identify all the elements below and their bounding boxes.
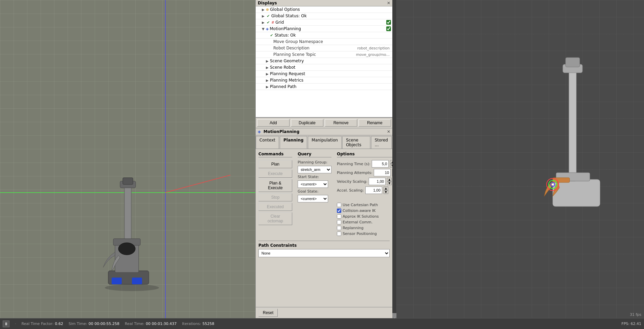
label-planning-metrics: Planning Metrics (270, 78, 391, 83)
sim-time-label: Sim Time: (69, 322, 87, 326)
arrow-global-status[interactable]: ▶ (261, 14, 265, 18)
options-section: Options Planning Time (s): ▲ ▼ Planning … (337, 152, 392, 237)
plan-button[interactable]: Plan (258, 160, 292, 168)
svg-rect-2 (132, 278, 142, 284)
external-comm-checkbox[interactable] (337, 220, 341, 224)
label-robot-description: Robot Description (257, 46, 357, 50)
sensor-positioning-label: Sensor Positioning (343, 232, 377, 236)
remove-button[interactable]: Remove (325, 119, 357, 127)
tree-item-planning-metrics[interactable]: ▶ Planning Metrics (256, 77, 392, 84)
start-state-select[interactable]: <current> (298, 180, 328, 188)
tree-item-planned-path[interactable]: ▶ Planned Path (256, 84, 392, 90)
widget-close-btn[interactable]: ✕ (387, 129, 390, 134)
property-robot-description: Robot Description robot_description (256, 45, 392, 51)
velocity-scaling-down[interactable]: ▼ (387, 181, 392, 185)
planning-time-up[interactable]: ▲ (390, 160, 392, 164)
svg-point-19 (552, 183, 554, 185)
arrow-planning-metrics[interactable]: ▶ (265, 78, 269, 82)
label-planning-scene-topic: Planning Scene Topic (257, 52, 356, 57)
tab-content-main-row: Commands Plan Execute Plan & Execute Sto… (258, 152, 390, 237)
planning-attempts-up[interactable]: ▲ (392, 169, 392, 173)
value-planning-scene-topic: move_group/mo... (356, 52, 391, 57)
tree-item-planning-request[interactable]: ▶ Planning Request (256, 71, 392, 77)
tree-item-scene-geometry[interactable]: ▶ Scene Geometry (256, 58, 392, 64)
query-section: Query Planning Group: stretch_arm Start … (298, 152, 331, 237)
executed-button[interactable]: Executed (258, 203, 292, 211)
rename-button[interactable]: Rename (359, 119, 391, 127)
collapse-arrow[interactable]: ‹ (392, 313, 396, 318)
tree-item-global-options[interactable]: ▶ ⊕ Global Options (256, 6, 392, 13)
path-constraints-section: Path Constraints None (258, 241, 390, 257)
reset-button[interactable]: Reset (258, 309, 278, 317)
execute-button[interactable]: Execute (258, 170, 292, 178)
plan-execute-button[interactable]: Plan & Execute (258, 179, 292, 192)
tab-scene-objects[interactable]: Scene Objects (342, 136, 370, 149)
goal-state-select[interactable]: <current> (298, 195, 328, 202)
tabs-row: Context Planning Manipulation Scene Obje… (256, 135, 392, 149)
svg-rect-13 (566, 58, 580, 67)
approx-ik-checkbox[interactable] (337, 214, 341, 219)
velocity-scaling-input[interactable] (369, 178, 386, 185)
velocity-scaling-row: Velocity Scaling: ▲ ▼ (337, 178, 392, 185)
tree-item-global-status[interactable]: ▶ ✔ Global Status: Ok (256, 13, 392, 19)
collision-aware-ik-checkbox[interactable] (337, 209, 341, 213)
checkbox-motion-planning[interactable] (386, 26, 391, 31)
path-constraints-dropdown[interactable]: None (258, 249, 390, 257)
pause-button[interactable]: ⏸ (3, 321, 9, 327)
tab-manipulation[interactable]: Manipulation (308, 136, 342, 149)
svg-rect-11 (569, 68, 576, 181)
use-cartesian-path-checkbox[interactable] (337, 203, 341, 207)
options-title: Options (337, 152, 392, 157)
widget-icon: ◈ (258, 129, 261, 134)
displays-close-btn[interactable]: ✕ (387, 1, 390, 5)
use-cartesian-path-row: Use Cartesian Path (337, 202, 392, 208)
stop-button[interactable]: Stop (258, 193, 292, 201)
planning-time-down[interactable]: ▼ (390, 164, 392, 168)
right-viewport: 31 fps (396, 0, 644, 318)
arrow-scene-geometry[interactable]: ▶ (265, 59, 269, 63)
use-cartesian-path-label: Use Cartesian Path (343, 203, 378, 207)
sim-time-item: Sim Time: 00 00:00:55.258 (69, 322, 119, 326)
planning-group-select-row: stretch_arm (298, 166, 331, 173)
displays-spacer (256, 90, 392, 117)
check-global-status: ✔ (266, 14, 271, 18)
accel-scaling-up[interactable]: ▲ (384, 187, 388, 190)
icon-global-options: ⊕ (266, 7, 269, 12)
query-title: Query (298, 152, 331, 157)
tree-item-motion-planning[interactable]: ▼ ◈ MotionPlanning (256, 26, 392, 32)
velocity-scaling-up[interactable]: ▲ (387, 178, 392, 181)
arrow-planned-path[interactable]: ▶ (265, 85, 269, 89)
arrow-planning-request[interactable]: ▶ (265, 72, 269, 76)
arrow-grid[interactable]: ▶ (261, 20, 265, 24)
replanning-checkbox[interactable] (337, 226, 341, 230)
real-time-factor-item: Real Time Factor: 0.62 (22, 322, 63, 326)
planning-attempts-row: Planning Attempts: ▲ ▼ (337, 169, 392, 176)
arrow-global-options[interactable]: ▶ (261, 7, 265, 12)
tree-item-grid[interactable]: ▶ ✔ # Grid (256, 19, 392, 26)
add-button[interactable]: Add (257, 119, 290, 127)
start-state-select-row: <current> (298, 180, 331, 188)
icon-motion-planning: ◈ (266, 27, 269, 31)
sensor-positioning-checkbox[interactable] (337, 232, 341, 236)
accel-scaling-arrows: ▲ ▼ (384, 187, 388, 194)
checkbox-grid[interactable] (386, 20, 391, 25)
tree-item-scene-robot[interactable]: ▶ Scene Robot (256, 64, 392, 71)
arrow-motion-planning[interactable]: ▼ (261, 27, 265, 31)
start-state-row: Start State: (298, 175, 331, 179)
accel-scaling-down[interactable]: ▼ (384, 190, 388, 194)
label-global-status: Global Status: Ok (271, 14, 391, 18)
tab-planning[interactable]: Planning (280, 136, 307, 149)
planning-time-input[interactable] (372, 160, 389, 168)
duplicate-button[interactable]: Duplicate (291, 119, 323, 127)
panel-buttons-row: Add Duplicate Remove Rename (256, 118, 392, 128)
arrow-scene-robot[interactable]: ▶ (265, 65, 269, 69)
tab-context[interactable]: Context (256, 136, 279, 149)
widget-header: ◈ MotionPlanning ✕ (256, 128, 392, 135)
planning-attempts-down[interactable]: ▼ (392, 173, 392, 176)
planning-group-select[interactable]: stretch_arm (298, 166, 331, 173)
accel-scaling-input[interactable] (365, 187, 382, 194)
tab-stored-states[interactable]: Stored​… (371, 136, 392, 149)
velocity-scaling-arrows: ▲ ▼ (387, 178, 392, 185)
clear-octomap-button[interactable]: Clear octomap (258, 212, 292, 225)
planning-attempts-input[interactable] (374, 169, 391, 176)
